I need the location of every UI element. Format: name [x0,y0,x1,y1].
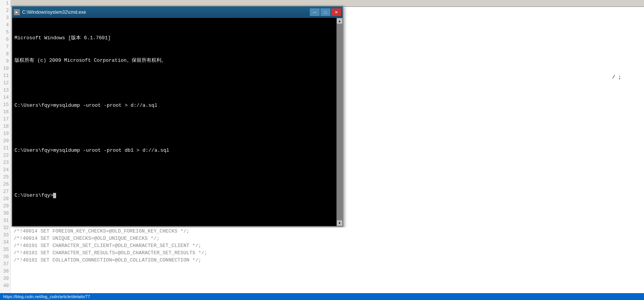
cmd-line-8: C:\Users\fqy> [14,192,334,199]
cmd-text-area[interactable]: Microsoft Windows [版本 6.1.7601] 版权所有 (c)… [12,18,336,226]
editor-line-7: /*!40101 SET CHARACTER_SET_CLIENT=@OLD_C… [11,242,644,249]
cmd-line-1: Microsoft Windows [版本 6.1.7601] [14,34,334,42]
cmd-line-5 [14,124,334,132]
maximize-button[interactable]: □ [320,8,330,16]
cursor [53,193,56,198]
editor-line-8: /*!40101 SET CHARACTER_SET_RESULTS=@OLD_… [11,249,644,257]
scroll-up-button[interactable]: ▲ [336,18,343,24]
scroll-track[interactable] [336,24,343,226]
cmd-window: ▶ C:\Windows\system32\cmd.exe ─ □ ✕ Micr… [11,6,343,227]
cmd-controls: ─ □ ✕ [310,8,341,16]
cmd-line-2: 版权所有 (c) 2009 Microsoft Corporation。保留所有… [14,57,334,64]
cmd-title-left: ▶ C:\Windows\system32\cmd.exe [14,9,86,15]
cmd-line-6: C:\Users\fqy>mysqldump -uroot -proot db1… [14,147,334,154]
editor-line-5: /*!40014 SET FOREIGN_KEY_CHECKS=@OLD_FOR… [11,228,644,235]
line-numbers: 1 2 3 4 5 6 7 8 9 10 11 12 13 14 15 16 1… [0,0,11,300]
close-button[interactable]: ✕ [331,8,341,16]
cmd-line-7 [14,169,334,177]
cmd-line-4: C:\Users\fqy>mysqldump -uroot -proot > d… [14,102,334,109]
cmd-title-text: C:\Windows\system32\cmd.exe [22,10,86,15]
editor-line-9: /*!40101 SET COLLATION_CONNECTION=@OLD_C… [11,257,644,264]
status-url: https://blog.csdn.net/log_csdn/article/d… [0,294,90,299]
cmd-line-3 [14,79,334,87]
cmd-body: Microsoft Windows [版本 6.1.7601] 版权所有 (c)… [12,18,343,226]
cmd-icon: ▶ [14,9,20,15]
right-partial-text: / ; [612,74,621,80]
scroll-down-button[interactable]: ▼ [336,220,343,226]
status-bar: https://blog.csdn.net/log_csdn/article/d… [0,293,644,300]
cmd-scrollbar: ▲ ▼ [336,18,343,226]
editor-line-6: /*!40014 SET UNIQUE_CHECKS=@OLD_UNIQUE_C… [11,235,644,242]
cmd-titlebar[interactable]: ▶ C:\Windows\system32\cmd.exe ─ □ ✕ [12,6,343,18]
editor-content: /*!40014 SET FOREIGN_KEY_CHECKS=@OLD_FOR… [11,228,644,300]
minimize-button[interactable]: ─ [310,8,320,16]
